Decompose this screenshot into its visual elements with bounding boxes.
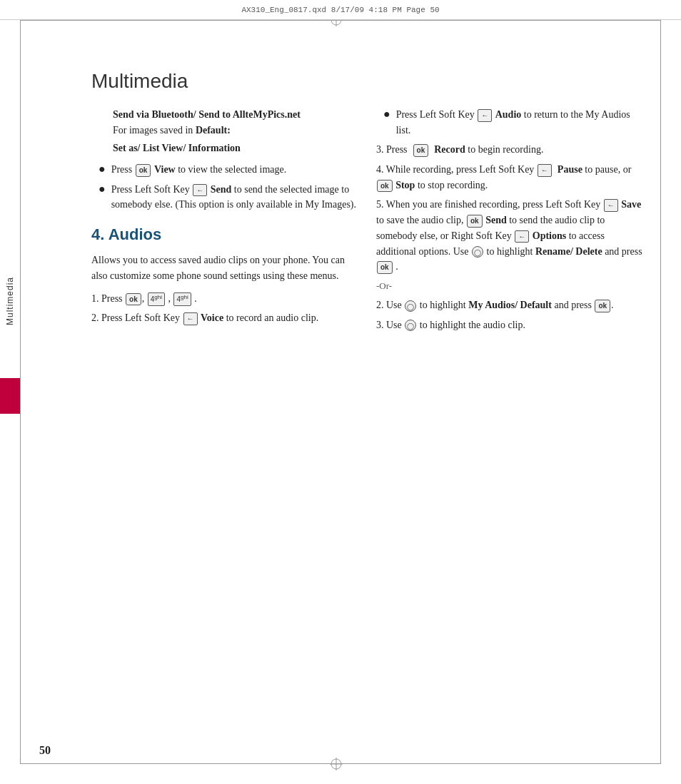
two-column-layout: Send via Bluetooth/ Send to AllteMyPics.…	[27, 107, 654, 757]
sidebar-tab: Multimedia	[0, 271, 20, 414]
nav-icon-2: ◯	[405, 300, 416, 312]
bullet-dot-2: ●	[99, 183, 106, 195]
ok-icon-rename: ok	[377, 261, 393, 274]
sidebar-label: Multimedia	[5, 277, 15, 325]
reg-mark-bottom	[330, 758, 343, 770]
page-title: Multimedia	[91, 70, 654, 93]
lsk-icon-audio: ←	[478, 109, 492, 122]
bullet-dot-r1: ●	[383, 108, 390, 120]
page-border-right	[660, 20, 661, 764]
section-heading-audios: 4. Audios	[91, 223, 362, 247]
bullet-send: ● Press Left Soft Key ← Send to send the…	[99, 182, 362, 213]
step-r5: 5. When you are finished recording, pres…	[376, 197, 647, 274]
section-desc-audios: Allows you to access saved audio clips o…	[91, 253, 362, 283]
lsk-icon-save: ←	[604, 199, 618, 212]
ok-icon-record: ok	[413, 144, 429, 157]
step-1: 1. Press ok, 4ghi , 4ghi .	[91, 291, 362, 307]
step-r3b: 3. Use ◯ to highlight the audio clip.	[376, 317, 647, 333]
page-header: AX310_Eng_0817.qxd 8/17/09 4:18 PM Page …	[0, 0, 681, 20]
ok-icon-stop: ok	[377, 180, 393, 193]
set-as-list-title: Set as/ List View/ Information	[113, 141, 362, 156]
or-divider: -Or-	[376, 279, 647, 293]
4ghi-icon-1: 4ghi	[148, 292, 165, 306]
bullet-audio-return: ● Press Left Soft Key ← Audio to return …	[383, 107, 647, 138]
send-bluetooth-title: Send via Bluetooth/ Send to AllteMyPics.…	[113, 107, 362, 123]
4ghi-icon-2: 4ghi	[173, 292, 191, 306]
lsk-icon-step2: ←	[183, 312, 198, 325]
lsk-icon-send: ←	[193, 184, 207, 197]
main-content: Multimedia Send via Bluetooth/ Send to A…	[27, 27, 654, 757]
bullet-send-text: Press Left Soft Key ← Send to send the s…	[111, 182, 362, 213]
bullet-audio-return-text: Press Left Soft Key ← Audio to return to…	[396, 107, 647, 138]
indent-section-send: Send via Bluetooth/ Send to AllteMyPics.…	[113, 107, 362, 156]
lsk-icon-pause: ←	[538, 164, 552, 177]
nav-icon-3: ◯	[405, 320, 416, 331]
page-border-left	[20, 20, 21, 764]
step-r4: 4. While recording, press Left Soft Key …	[376, 162, 647, 193]
ok-icon-send: ok	[467, 215, 483, 228]
ok-icon-default: ok	[595, 300, 610, 312]
ok-icon-step1: ok	[126, 293, 141, 306]
bullet-view-text: Press ok View to view the selected image…	[111, 162, 362, 178]
right-column: ● Press Left Soft Key ← Audio to return …	[376, 107, 654, 757]
default-label: Default:	[196, 125, 231, 136]
for-images-text: For images saved in Default:	[113, 123, 362, 138]
header-text: AX310_Eng_0817.qxd 8/17/09 4:18 PM Page …	[241, 6, 439, 14]
sidebar-red-bar	[0, 378, 20, 414]
nav-icon-1: ◯	[472, 246, 483, 258]
step-r2b: 2. Use ◯ to highlight My Audios/ Default…	[376, 297, 647, 313]
ok-icon-view: ok	[136, 164, 151, 177]
step-r3: 3. Press ok Record to begin recording.	[376, 142, 647, 158]
step-2: 2. Press Left Soft Key ← Voice to record…	[91, 310, 362, 326]
bullet-dot-1: ●	[99, 163, 106, 175]
rsk-icon-options: ←	[515, 230, 529, 243]
bullet-view: ● Press ok View to view the selected ima…	[99, 162, 362, 178]
left-column: Send via Bluetooth/ Send to AllteMyPics.…	[27, 107, 362, 757]
